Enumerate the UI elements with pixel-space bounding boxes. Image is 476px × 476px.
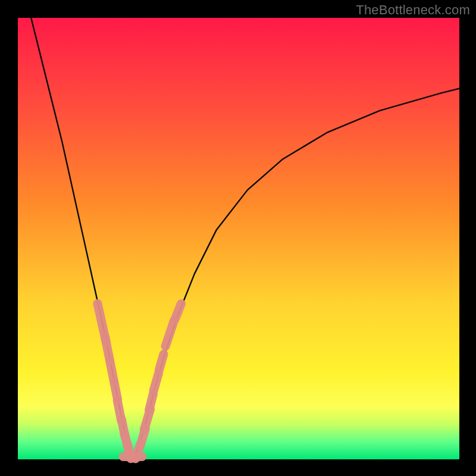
curve-right-branch [134, 89, 459, 458]
curve-marker [175, 303, 181, 319]
curve-marker [149, 394, 154, 410]
curve-layer [0, 0, 476, 476]
curve-marker [159, 354, 164, 370]
chart-frame: TheBottleneck.com [0, 0, 476, 476]
curve-marker [110, 362, 114, 380]
curve-marker [165, 321, 174, 346]
curve-marker [105, 337, 110, 361]
curve-marker [154, 374, 158, 391]
